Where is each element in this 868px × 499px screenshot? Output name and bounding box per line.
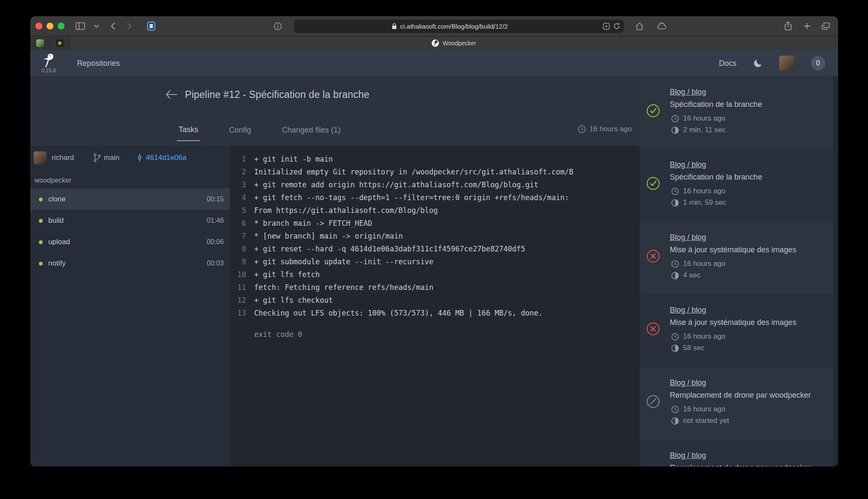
author-avatar	[34, 151, 47, 164]
back-button[interactable]	[106, 20, 119, 32]
tab-changed-files[interactable]: Changed files (1)	[280, 118, 342, 141]
run-repo-link[interactable]: Blog / blog	[670, 160, 706, 169]
step-notify[interactable]: notify 00:03	[30, 253, 230, 274]
log-line-number: 1	[230, 153, 246, 165]
run-time: 16 hours ago	[670, 260, 826, 268]
run-repo-link[interactable]: Blog / blog	[670, 378, 706, 387]
close-window-button[interactable]	[35, 23, 42, 30]
zoom-window-button[interactable]	[58, 23, 65, 30]
git-commit-icon	[136, 153, 144, 162]
log-line-number: 7	[230, 230, 246, 242]
run-duration-label: not started yet	[683, 416, 729, 425]
step-name: build	[48, 216, 64, 225]
run-time-label: 16 hours ago	[683, 260, 725, 268]
address-bar[interactable]: ci.athaliasoft.com/Blog/blog/build/12/2	[294, 20, 624, 33]
notification-badge[interactable]: 0	[811, 56, 825, 71]
run-message: Mise à jour systématique des images	[670, 245, 826, 254]
run-message: Remplacement de drone par woodpecker	[670, 391, 826, 400]
run-message: Spécification de la branche	[670, 173, 826, 182]
share-icon[interactable]	[782, 20, 795, 32]
branch-info: main	[93, 153, 120, 162]
commit-meta-row: richard main	[30, 146, 230, 170]
log-line: 6* branch main -> FETCH_HEAD	[230, 217, 639, 230]
log-line-number: 12	[230, 294, 246, 307]
cloud-tabs-icon[interactable]	[655, 20, 668, 32]
log-line-number: 6	[230, 217, 246, 230]
pipeline-run-item[interactable]: Blog / blog Remplacement de drone par wo…	[639, 367, 833, 440]
log-line-number: 11	[230, 281, 246, 294]
pipeline-main: Pipeline #12 - Spécification de la branc…	[30, 77, 639, 467]
run-time: 16 hours ago	[670, 187, 826, 195]
step-duration: 00:03	[207, 260, 224, 267]
pinned-tab-1-favicon	[36, 39, 44, 47]
log-line: 5From https://git.athaliasoft.com/Blog/b…	[230, 204, 639, 217]
minimize-window-button[interactable]	[47, 23, 53, 30]
run-repo-link[interactable]: Blog / blog	[670, 451, 706, 460]
git-branch-icon	[93, 153, 101, 162]
chevron-down-icon[interactable]	[90, 20, 103, 32]
step-upload[interactable]: upload 00:06	[30, 231, 230, 253]
woodpecker-logo[interactable]: 0.15.8	[41, 53, 56, 74]
run-time-label: 16 hours ago	[683, 332, 725, 341]
run-repo-link[interactable]: Blog / blog	[670, 306, 706, 315]
log-line-number: 13	[230, 307, 246, 319]
forward-button[interactable]	[123, 20, 135, 32]
nav-docs-link[interactable]: Docs	[719, 59, 736, 68]
skipped-icon	[646, 395, 660, 408]
dark-mode-moon-icon[interactable]	[753, 58, 763, 68]
step-status-dot	[39, 262, 43, 266]
tab-overview-icon[interactable]	[819, 20, 832, 32]
step-clone[interactable]: clone 00:15	[30, 189, 230, 210]
step-build[interactable]: build 01:46	[30, 210, 230, 231]
back-arrow-icon[interactable]	[165, 90, 177, 99]
run-time: 16 hours ago	[670, 114, 826, 123]
run-duration: 2 min, 11 sec	[670, 126, 826, 134]
commit-hash-link[interactable]: 4614d1e06a	[146, 154, 187, 162]
steps-panel: richard main	[30, 146, 230, 467]
privacy-report-icon[interactable]	[272, 20, 284, 32]
run-message: Spécification de la branche	[670, 100, 826, 109]
new-tab-icon[interactable]	[801, 20, 813, 32]
log-line-text: From https://git.athaliasoft.com/Blog/bl…	[246, 204, 438, 217]
pipeline-run-item[interactable]: Blog / blog Mise à jour systématique des…	[639, 222, 833, 295]
browser-toolbar: ci.athaliasoft.com/Blog/blog/build/12/2	[30, 16, 838, 36]
pinned-tab-2-favicon	[56, 39, 64, 47]
pipeline-run-item[interactable]: Blog / blog Spécification de la branche …	[639, 77, 833, 149]
pipeline-title: Pipeline #12 - Spécification de la branc…	[185, 89, 369, 100]
pipeline-run-item[interactable]: Blog / blog Remplacement de drone par wo…	[639, 440, 833, 467]
log-line-number: 5	[230, 204, 246, 217]
tab-tasks[interactable]: Tasks	[177, 118, 200, 141]
run-time-label: 16 hours ago	[683, 187, 725, 195]
reload-icon[interactable]	[613, 23, 620, 30]
reader-shortcut-icon[interactable]	[145, 20, 158, 32]
pinned-tab-1[interactable]	[30, 36, 50, 50]
run-repo-link[interactable]: Blog / blog	[670, 88, 706, 97]
step-name: upload	[48, 238, 70, 246]
sidebar-toggle-icon[interactable]	[74, 20, 87, 32]
pipeline-time: 16 hours ago	[578, 125, 632, 133]
failure-icon	[646, 249, 660, 263]
log-output[interactable]: 1+ git init -b main 2Initialized empty G…	[230, 146, 639, 467]
step-status-dot	[39, 219, 43, 223]
log-line-text: + git lfs fetch	[246, 268, 320, 281]
run-duration: not started yet	[670, 416, 826, 425]
safari-window: ci.athaliasoft.com/Blog/blog/build/12/2	[30, 16, 838, 467]
log-line-text: + git lfs checkout	[246, 294, 333, 307]
extension-badge-icon[interactable]	[603, 23, 610, 30]
tab-title: Woodpecker	[443, 40, 476, 47]
pinned-tab-2[interactable]	[50, 36, 70, 50]
tab-config[interactable]: Config	[227, 118, 253, 141]
log-line-text: + git init -b main	[246, 153, 333, 165]
active-tab[interactable]: Woodpecker	[70, 36, 838, 50]
sidebar-scrollbar[interactable]	[833, 77, 838, 467]
pipeline-run-item[interactable]: Blog / blog Spécification de la branche …	[639, 149, 833, 222]
home-icon[interactable]	[633, 20, 646, 32]
nav-repositories-link[interactable]: Repositories	[77, 59, 120, 68]
success-icon	[646, 104, 660, 118]
user-avatar[interactable]	[779, 56, 795, 71]
run-repo-link[interactable]: Blog / blog	[670, 233, 706, 242]
duration-icon	[671, 126, 679, 134]
step-duration: 00:06	[207, 238, 224, 246]
log-line-number: 9	[230, 255, 246, 268]
pipeline-run-item[interactable]: Blog / blog Mise à jour systématique des…	[639, 295, 833, 367]
